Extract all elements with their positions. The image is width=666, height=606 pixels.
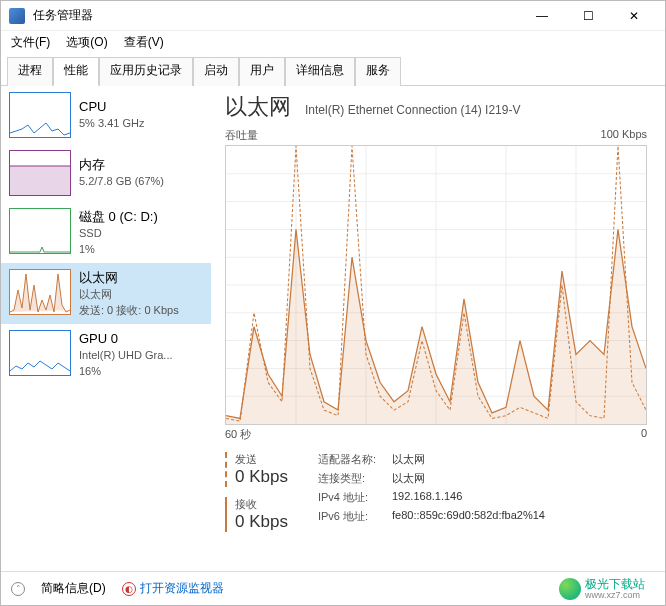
prop-val: 以太网 [392,452,545,467]
watermark: 极光下载站 www.xz7.com [559,578,645,601]
window-controls: — ☐ ✕ [519,1,657,31]
title-bar: 任务管理器 — ☐ ✕ [1,1,665,31]
tab-performance[interactable]: 性能 [53,57,99,86]
chevron-up-icon[interactable]: ˄ [11,582,25,596]
main-header: 以太网 Intel(R) Ethernet Connection (14) I2… [225,92,647,122]
prop-val: fe80::859c:69d0:582d:fba2%14 [392,509,545,524]
chart-top-labels: 吞吐量 100 Kbps [225,128,647,143]
menu-file[interactable]: 文件(F) [7,32,54,53]
resmon-icon: ◐ [122,582,136,596]
prop-val: 以太网 [392,471,545,486]
recv-value: 0 Kbps [235,512,288,532]
recv-label: 接收 [235,497,288,512]
watermark-url: www.xz7.com [585,591,645,601]
sidebar-item-cpu[interactable]: CPU 5% 3.41 GHz [1,86,211,144]
minimize-button[interactable]: — [519,1,565,31]
close-button[interactable]: ✕ [611,1,657,31]
prop-key: 适配器名称: [318,452,376,467]
tab-processes[interactable]: 进程 [7,57,53,86]
menu-bar: 文件(F) 选项(O) 查看(V) [1,31,665,53]
gpu-info: GPU 0 Intel(R) UHD Gra... 16% [79,330,173,379]
cpu-thumbnail [9,92,71,138]
recv-stat: 接收 0 Kbps [225,497,288,532]
send-value: 0 Kbps [235,467,288,487]
disk-thumbnail [9,208,71,254]
prop-key: IPv6 地址: [318,509,376,524]
gpu-thumbnail [9,330,71,376]
sidebar-item-label: 内存 [79,156,164,174]
sidebar-item-label: GPU 0 [79,330,173,348]
brief-info-link[interactable]: 简略信息(D) [41,580,106,597]
send-stat: 发送 0 Kbps [225,452,288,487]
sidebar: CPU 5% 3.41 GHz 内存 5.2/7.8 GB (67%) 磁盘 0… [1,86,211,564]
app-icon [9,8,25,24]
resource-monitor-link[interactable]: ◐ 打开资源监视器 [122,580,224,597]
ethernet-thumbnail [9,269,71,315]
page-title: 以太网 [225,92,291,122]
sidebar-item-label: 以太网 [79,269,179,287]
chart-x-labels: 60 秒 0 [225,427,647,442]
svg-rect-0 [10,166,70,195]
memory-thumbnail [9,150,71,196]
disk-info: 磁盘 0 (C: D:) SSD 1% [79,208,158,257]
sidebar-item-gpu[interactable]: GPU 0 Intel(R) UHD Gra... 16% [1,324,211,385]
sidebar-item-ethernet[interactable]: 以太网 以太网 发送: 0 接收: 0 Kbps [1,263,211,324]
cpu-info: CPU 5% 3.41 GHz [79,92,144,138]
stats-right: 适配器名称: 以太网 连接类型: 以太网 IPv4 地址: 192.168.1.… [318,452,545,532]
sidebar-item-label: 磁盘 0 (C: D:) [79,208,158,226]
sidebar-item-disk[interactable]: 磁盘 0 (C: D:) SSD 1% [1,202,211,263]
tabs: 进程 性能 应用历史记录 启动 用户 详细信息 服务 [1,57,665,86]
sidebar-item-memory[interactable]: 内存 5.2/7.8 GB (67%) [1,144,211,202]
tab-app-history[interactable]: 应用历史记录 [99,57,193,86]
x-right-label: 0 [641,427,647,442]
main-panel: 以太网 Intel(R) Ethernet Connection (14) I2… [211,86,665,564]
prop-key: 连接类型: [318,471,376,486]
maximize-button[interactable]: ☐ [565,1,611,31]
prop-val: 192.168.1.146 [392,490,545,505]
menu-options[interactable]: 选项(O) [62,32,111,53]
prop-key: IPv4 地址: [318,490,376,505]
content-area: CPU 5% 3.41 GHz 内存 5.2/7.8 GB (67%) 磁盘 0… [1,86,665,564]
menu-view[interactable]: 查看(V) [120,32,168,53]
throughput-label: 吞吐量 [225,128,258,143]
send-label: 发送 [235,452,288,467]
stats-left: 发送 0 Kbps 接收 0 Kbps [225,452,288,532]
adapter-name-header: Intel(R) Ethernet Connection (14) I219-V [305,103,520,117]
throughput-chart [225,145,647,425]
tab-services[interactable]: 服务 [355,57,401,86]
sidebar-item-label: CPU [79,98,144,116]
memory-info: 内存 5.2/7.8 GB (67%) [79,150,164,196]
footer: ˄ 简略信息(D) ◐ 打开资源监视器 极光下载站 www.xz7.com [1,571,665,605]
tab-users[interactable]: 用户 [239,57,285,86]
stats-section: 发送 0 Kbps 接收 0 Kbps 适配器名称: 以太网 连接类型: 以太网… [225,452,647,532]
tab-details[interactable]: 详细信息 [285,57,355,86]
y-max-label: 100 Kbps [601,128,647,143]
watermark-icon [559,578,581,600]
x-left-label: 60 秒 [225,427,251,442]
ethernet-info: 以太网 以太网 发送: 0 接收: 0 Kbps [79,269,179,318]
tab-startup[interactable]: 启动 [193,57,239,86]
window-title: 任务管理器 [33,7,519,24]
